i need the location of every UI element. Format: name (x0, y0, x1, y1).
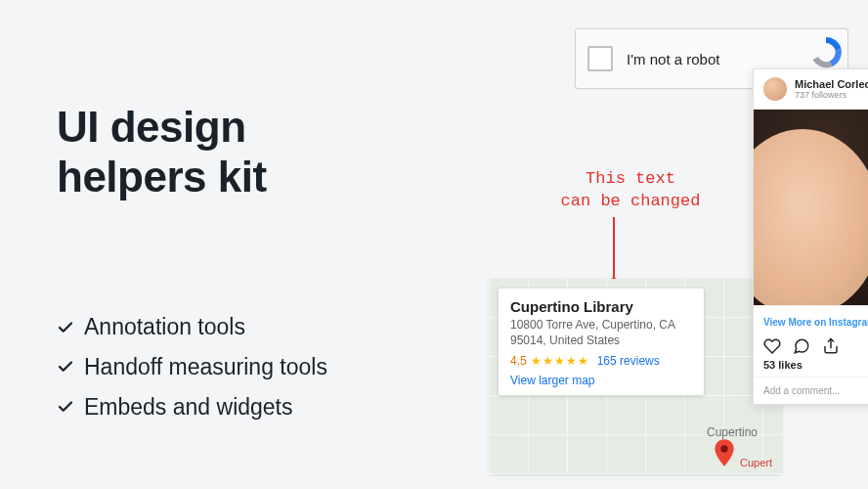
page-title: UI design helpers kit (57, 103, 327, 201)
recaptcha-label: I'm not a robot (627, 51, 719, 67)
feature-list: Annotation tools Handoff measuring tools… (57, 309, 327, 424)
annotation-callout: This text can be changed (518, 168, 743, 213)
svg-point-0 (720, 445, 727, 452)
map-pin-icon (714, 439, 735, 467)
rating-value: 4.5 (510, 354, 527, 368)
heart-icon[interactable] (763, 337, 781, 355)
list-item: Handoff measuring tools (57, 349, 327, 385)
share-icon[interactable] (822, 337, 840, 355)
view-larger-map-link[interactable]: View larger map (510, 374, 692, 387)
hero-block: UI design helpers kit Annotation tools H… (57, 103, 327, 429)
instagram-likes[interactable]: 53 likes (754, 359, 868, 377)
map-place-name: Cupertino Library (510, 298, 692, 315)
list-item: Annotation tools (57, 309, 327, 345)
map-rating-row: 4.5 ★★★★★ 165 reviews (510, 354, 692, 368)
reviews-link[interactable]: 165 reviews (597, 354, 660, 368)
instagram-header[interactable]: Michael Corleone 737 followers (754, 69, 868, 110)
map-embed[interactable]: Cupertino Cupert Cupertino Library 10800… (489, 279, 782, 474)
annotation-pointer-line (613, 217, 615, 280)
recaptcha-logo-icon (806, 33, 846, 72)
check-icon (57, 319, 74, 336)
stars-icon: ★★★★★ (531, 354, 589, 368)
instagram-viewmore-link[interactable]: View More on Instagram (763, 317, 868, 328)
annotation-line-1: This text (586, 169, 675, 188)
recaptcha-checkbox[interactable] (587, 46, 613, 71)
title-line-2: helpers kit (57, 153, 267, 200)
instagram-followers: 737 followers (795, 90, 868, 100)
feature-label: Embeds and widgets (84, 389, 293, 425)
instagram-actions (754, 333, 868, 359)
map-city-label: Cupertino (707, 425, 758, 439)
image-content (754, 129, 868, 305)
instagram-embed: Michael Corleone 737 followers View More… (753, 68, 868, 405)
check-icon (57, 398, 74, 416)
feature-label: Handoff measuring tools (84, 349, 327, 385)
instagram-viewmore-row: View More on Instagram (754, 305, 868, 333)
title-line-1: UI design (57, 103, 246, 151)
comment-icon[interactable] (793, 337, 810, 355)
avatar[interactable] (763, 77, 787, 101)
annotation-line-2: can be changed (561, 192, 701, 210)
instagram-post-image[interactable] (754, 110, 868, 305)
check-icon (57, 358, 74, 376)
map-address: 10800 Torre Ave, Cupertino, CA 95014, Un… (510, 317, 692, 348)
map-info-card: Cupertino Library 10800 Torre Ave, Cuper… (499, 289, 704, 395)
feature-label: Annotation tools (84, 309, 245, 345)
list-item: Embeds and widgets (57, 389, 327, 425)
instagram-username[interactable]: Michael Corleone (795, 78, 868, 90)
instagram-comment-input[interactable]: Add a comment... (754, 377, 868, 404)
instagram-user-block: Michael Corleone 737 followers (795, 78, 868, 100)
map-pin-label: Cupert (740, 457, 772, 468)
